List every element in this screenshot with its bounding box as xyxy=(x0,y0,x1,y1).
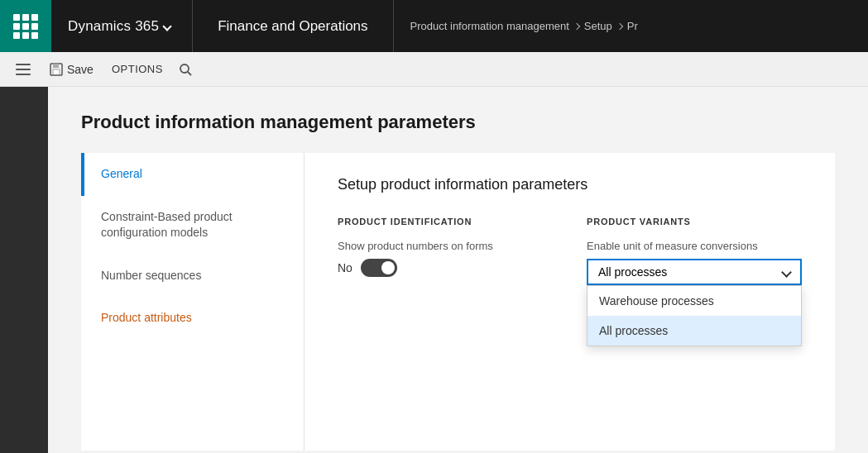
apps-grid-icon xyxy=(13,14,38,39)
breadcrumb: Product information management Setup Pr xyxy=(394,20,655,32)
content-inner: General Constraint-Based product configu… xyxy=(81,153,835,451)
product-variants-group: PRODUCT VARIANTS Enable unit of measure … xyxy=(587,217,802,285)
content-area: Product information management parameter… xyxy=(48,87,868,453)
nav-item-general-label: General xyxy=(101,167,142,180)
save-label: Save xyxy=(67,63,94,76)
search-button[interactable] xyxy=(176,60,194,79)
breadcrumb-item-1[interactable]: Product information management xyxy=(410,20,569,32)
unit-of-measure-label: Enable unit of measure conversions xyxy=(587,240,802,252)
brand-chevron-icon xyxy=(162,21,171,31)
nav-item-general[interactable]: General xyxy=(81,153,304,196)
toggle-thumb xyxy=(381,261,395,274)
svg-line-5 xyxy=(188,72,191,75)
brand-section[interactable]: Dynamics 365 xyxy=(51,0,193,52)
hamburger-menu-button[interactable] xyxy=(8,55,38,84)
product-variants-label: PRODUCT VARIANTS xyxy=(587,217,802,226)
hamburger-line-1 xyxy=(16,64,31,65)
unit-of-measure-dropdown[interactable]: All processes xyxy=(587,259,802,285)
hamburger-line-3 xyxy=(16,74,31,75)
nav-item-number-sequences[interactable]: Number sequences xyxy=(81,255,304,298)
toggle-off-label: No xyxy=(338,261,352,274)
dropdown-menu: Warehouse processes All processes xyxy=(587,285,802,346)
dropdown-option-warehouse[interactable]: Warehouse processes xyxy=(587,286,801,316)
product-identification-group: PRODUCT IDENTIFICATION Show product numb… xyxy=(338,217,520,285)
params-grid: PRODUCT IDENTIFICATION Show product numb… xyxy=(338,217,802,285)
left-sidebar xyxy=(0,87,48,453)
svg-rect-1 xyxy=(53,64,59,68)
show-product-numbers-label: Show product numbers on forms xyxy=(338,240,520,252)
save-icon xyxy=(50,63,63,76)
top-nav: Dynamics 365 Finance and Operations Prod… xyxy=(0,0,868,52)
svg-point-4 xyxy=(180,64,189,73)
page-title: Product information management parameter… xyxy=(81,112,835,133)
save-button[interactable]: Save xyxy=(41,60,102,79)
unit-of-measure-dropdown-container: All processes Warehouse processes All pr… xyxy=(587,259,802,285)
dropdown-option-all[interactable]: All processes xyxy=(587,316,801,346)
brand-text: Dynamics 365 xyxy=(68,18,159,35)
nav-item-product-attributes-label: Product attributes xyxy=(101,311,192,324)
dropdown-selected-value: All processes xyxy=(598,265,667,279)
options-button[interactable]: OPTIONS xyxy=(105,60,170,79)
breadcrumb-item-2[interactable]: Setup xyxy=(584,20,612,32)
apps-launcher[interactable] xyxy=(0,0,51,52)
right-panel: Setup product information parameters PRO… xyxy=(305,153,835,451)
nav-item-constraint-label: Constraint-Based product configuration m… xyxy=(101,210,233,240)
toggle-row: No xyxy=(338,259,520,277)
app-title: Finance and Operations xyxy=(193,0,393,52)
nav-item-number-sequences-label: Number sequences xyxy=(101,269,201,282)
nav-item-product-attributes[interactable]: Product attributes xyxy=(81,297,304,340)
toolbar: Save OPTIONS xyxy=(0,52,868,87)
dropdown-chevron-icon xyxy=(781,267,792,278)
breadcrumb-chevron-2-icon xyxy=(616,22,623,29)
main-content: Product information management parameter… xyxy=(0,87,868,453)
product-identification-label: PRODUCT IDENTIFICATION xyxy=(338,217,520,226)
svg-rect-3 xyxy=(54,70,59,74)
hamburger-line-2 xyxy=(16,69,31,70)
product-numbers-toggle[interactable] xyxy=(361,259,397,277)
breadcrumb-item-3[interactable]: Pr xyxy=(627,20,638,32)
nav-panel: General Constraint-Based product configu… xyxy=(81,153,305,451)
section-title: Setup product information parameters xyxy=(338,176,802,193)
nav-item-constraint[interactable]: Constraint-Based product configuration m… xyxy=(81,196,304,255)
breadcrumb-chevron-1-icon xyxy=(573,22,580,29)
search-icon xyxy=(179,63,192,76)
app-title-text: Finance and Operations xyxy=(218,18,367,35)
